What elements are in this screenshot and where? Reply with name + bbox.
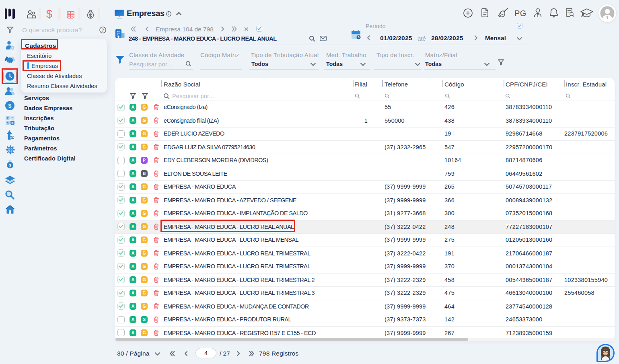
svg-text:?: ? [102,28,104,33]
svg-text:$: $ [8,103,12,109]
svg-text:$: $ [9,163,11,167]
